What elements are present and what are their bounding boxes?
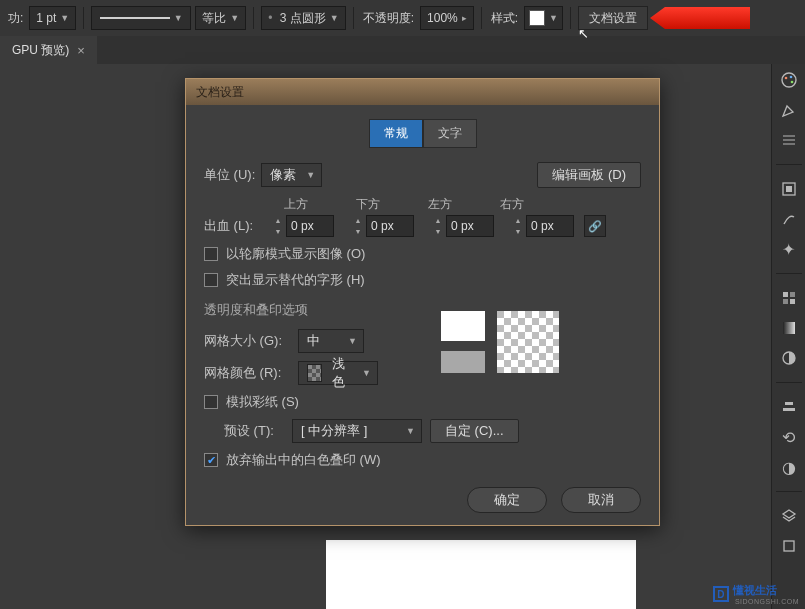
svg-point-1 <box>784 77 787 80</box>
grid-size-label: 网格大小 (G): <box>204 332 290 350</box>
red-arrow-annotation <box>650 7 750 29</box>
proportion-value: 等比 <box>202 10 226 27</box>
simulate-paper-checkbox[interactable] <box>204 395 218 409</box>
tab-type[interactable]: 文字 <box>423 119 477 148</box>
transform-icon[interactable]: ⟲ <box>779 427 799 447</box>
ok-button[interactable]: 确定 <box>467 487 547 513</box>
chevron-down-icon: ▼ <box>230 13 239 23</box>
cancel-button[interactable]: 取消 <box>561 487 641 513</box>
preset-select[interactable]: [ 中分辨率 ] ▼ <box>292 419 422 443</box>
style-dropdown[interactable]: ▼ <box>524 6 563 30</box>
separator <box>481 7 482 29</box>
bleed-left-field[interactable] <box>446 215 494 237</box>
preview-gray-swatch <box>441 351 485 373</box>
highlight-glyph-label: 突出显示替代的字形 (H) <box>226 271 365 289</box>
dash-pattern-dropdown[interactable]: • 3 点圆形 ▼ <box>261 6 345 30</box>
grid-color-select[interactable]: 浅色 ▼ <box>298 361 378 385</box>
transparency-icon[interactable] <box>779 348 799 368</box>
svg-rect-8 <box>783 299 788 304</box>
link-bleed-icon[interactable]: 🔗 <box>584 215 606 237</box>
step-up-icon[interactable]: ▲ <box>272 215 284 226</box>
svg-rect-6 <box>783 292 788 297</box>
panel-divider <box>776 273 802 274</box>
chevron-down-icon: ▼ <box>60 13 69 23</box>
show-outline-label: 以轮廓模式显示图像 (O) <box>226 245 365 263</box>
bleed-left-input[interactable]: ▲▼ <box>432 215 494 237</box>
separator <box>353 7 354 29</box>
opacity-value: 100% <box>427 11 458 25</box>
stroke-icon[interactable] <box>779 130 799 150</box>
step-down-icon[interactable]: ▼ <box>512 226 524 237</box>
dialog-title-bar[interactable]: 文档设置 <box>186 79 659 105</box>
artboard-icon[interactable] <box>779 536 799 556</box>
transparency-preview <box>441 311 559 373</box>
edit-artboard-button[interactable]: 编辑画板 (D) <box>537 162 641 188</box>
opacity-dropdown[interactable]: 100% ▸ <box>420 6 474 30</box>
svg-point-0 <box>782 73 796 87</box>
step-up-icon[interactable]: ▲ <box>352 215 364 226</box>
top-toolbar: 功: 1 pt ▼ ▼ 等比 ▼ • 3 点圆形 ▼ 不透明度: 100% ▸ … <box>0 0 805 36</box>
step-down-icon[interactable]: ▼ <box>432 226 444 237</box>
artboard[interactable] <box>326 540 636 609</box>
chevron-down-icon: ▼ <box>362 368 371 378</box>
preview-checker-swatch <box>497 311 559 373</box>
symbol-icon[interactable]: ✦ <box>779 239 799 259</box>
pen-icon[interactable] <box>779 100 799 120</box>
bleed-bottom-input[interactable]: ▲▼ <box>352 215 414 237</box>
units-label: 单位 (U): <box>204 166 255 184</box>
bleed-right-field[interactable] <box>526 215 574 237</box>
palette-icon[interactable] <box>779 70 799 90</box>
stroke-effect-label: 功: <box>6 10 25 27</box>
bleed-header-right: 右方 <box>500 196 524 213</box>
units-select[interactable]: 像素 ▼ <box>261 163 322 187</box>
bleed-top-input[interactable]: ▲▼ <box>272 215 334 237</box>
style-swatch-icon <box>529 10 545 26</box>
library-icon[interactable] <box>779 179 799 199</box>
stroke-preview-dropdown[interactable]: ▼ <box>91 6 191 30</box>
stroke-weight-dropdown[interactable]: 1 pt ▼ <box>29 6 76 30</box>
step-up-icon[interactable]: ▲ <box>432 215 444 226</box>
align-icon[interactable] <box>779 397 799 417</box>
right-panel: ✦ ⟲ ◑ <box>771 64 805 609</box>
separator <box>83 7 84 29</box>
chevron-down-icon: ▼ <box>306 170 315 180</box>
svg-rect-12 <box>785 402 793 405</box>
svg-rect-14 <box>784 541 794 551</box>
svg-point-3 <box>790 81 793 84</box>
preset-value: [ 中分辨率 ] <box>301 422 367 440</box>
document-settings-dialog: 文档设置 常规 文字 单位 (U): 像素 ▼ 编辑画板 (D) 上方 下方 左… <box>185 78 660 526</box>
gradient-icon[interactable] <box>779 318 799 338</box>
brush-icon[interactable] <box>779 209 799 229</box>
document-settings-button[interactable]: 文档设置 <box>578 6 648 30</box>
panel-divider <box>776 382 802 383</box>
appearance-icon[interactable]: ◑ <box>779 457 799 477</box>
stroke-line-icon <box>100 17 170 19</box>
discard-white-checkbox[interactable] <box>204 453 218 467</box>
chevron-down-icon: ▼ <box>348 336 357 346</box>
grid-size-select[interactable]: 中 ▼ <box>298 329 364 353</box>
show-outline-checkbox[interactable] <box>204 247 218 261</box>
step-up-icon[interactable]: ▲ <box>512 215 524 226</box>
document-tab[interactable]: GPU 预览) × <box>0 36 97 64</box>
preset-label: 预设 (T): <box>224 422 284 440</box>
proportion-dropdown[interactable]: 等比 ▼ <box>195 6 246 30</box>
stroke-weight-value: 1 pt <box>36 11 56 25</box>
step-down-icon[interactable]: ▼ <box>352 226 364 237</box>
step-down-icon[interactable]: ▼ <box>272 226 284 237</box>
document-tab-bar: GPU 预览) × <box>0 36 805 64</box>
swatch-icon[interactable] <box>779 288 799 308</box>
discard-white-label: 放弃输出中的白色叠印 (W) <box>226 451 381 469</box>
preview-white-swatch <box>441 311 485 341</box>
bleed-bottom-field[interactable] <box>366 215 414 237</box>
svg-rect-9 <box>790 299 795 304</box>
close-icon[interactable]: × <box>77 43 85 58</box>
bleed-label: 出血 (L): <box>204 217 268 235</box>
svg-rect-5 <box>786 186 792 192</box>
bleed-top-field[interactable] <box>286 215 334 237</box>
highlight-glyph-checkbox[interactable] <box>204 273 218 287</box>
custom-button[interactable]: 自定 (C)... <box>430 419 519 443</box>
bleed-right-input[interactable]: ▲▼ <box>512 215 574 237</box>
layers-icon[interactable] <box>779 506 799 526</box>
grid-size-value: 中 <box>307 332 320 350</box>
tab-general[interactable]: 常规 <box>369 119 423 148</box>
